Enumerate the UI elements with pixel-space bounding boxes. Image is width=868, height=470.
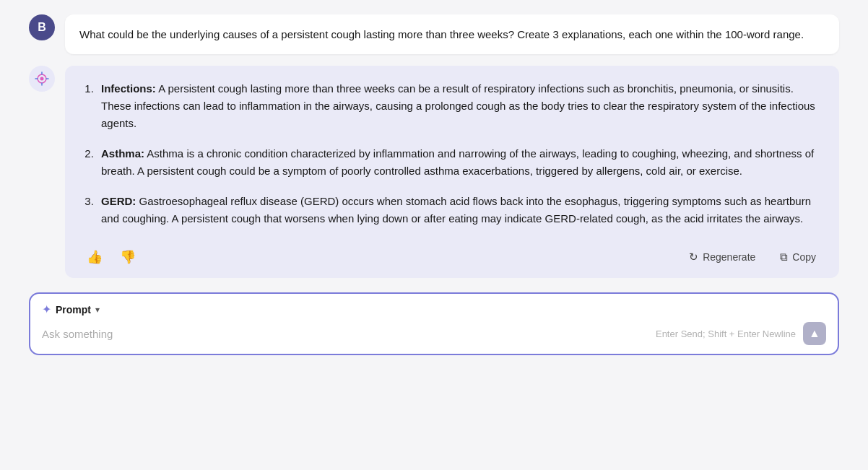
response-title-3: GERD: <box>101 195 136 207</box>
ai-bubble: Infections: A persistent cough lasting m… <box>65 66 839 278</box>
response-body-2: Asthma is a chronic condition characteri… <box>101 147 814 177</box>
regenerate-label: Regenerate <box>703 251 755 263</box>
response-body-1: A persistent cough lasting more than thr… <box>101 82 815 129</box>
prompt-dropdown-icon[interactable]: ▾ <box>95 305 100 315</box>
regenerate-icon: ↻ <box>689 251 698 264</box>
list-item: GERD: Gastroesophageal reflux disease (G… <box>97 193 822 227</box>
sparkle-icon: ✦ <box>42 303 51 316</box>
send-button[interactable]: ▲ <box>803 322 826 345</box>
user-avatar: B <box>29 14 55 40</box>
thumbdown-icon: 👎 <box>120 249 136 265</box>
send-icon: ▲ <box>809 327 820 340</box>
prompt-label: Prompt <box>56 304 91 315</box>
input-hint: Enter Send; Shift + Enter Newline <box>656 328 796 339</box>
user-bubble: What could be the underlying causes of a… <box>65 14 839 54</box>
input-top-row: ✦ Prompt ▾ <box>42 303 826 316</box>
copy-button[interactable]: ⧉ Copy <box>774 248 822 266</box>
input-container: ✦ Prompt ▾ Enter Send; Shift + Enter New… <box>29 292 839 355</box>
user-message-row: B What could be the underlying causes of… <box>29 14 839 54</box>
ai-actions-right: ↻ Regenerate ⧉ Copy <box>683 248 822 266</box>
ai-message-row: Infections: A persistent cough lasting m… <box>29 66 839 278</box>
ai-avatar <box>29 66 55 92</box>
svg-point-0 <box>40 77 44 81</box>
thumbup-icon: 👍 <box>87 249 103 265</box>
copy-label: Copy <box>792 251 816 263</box>
response-title-1: Infections: <box>101 82 156 95</box>
response-body-3: Gastroesophageal reflux disease (GERD) o… <box>101 195 811 225</box>
thumbs-up-button[interactable]: 👍 <box>82 246 107 268</box>
ask-input[interactable] <box>42 328 656 340</box>
list-item: Infections: A persistent cough lasting m… <box>97 80 822 132</box>
thumbs-down-button[interactable]: 👎 <box>116 246 140 268</box>
ai-actions-bar: 👍 👎 ↻ Regenerate ⧉ Copy <box>82 240 822 268</box>
list-item: Asthma: Asthma is a chronic condition ch… <box>97 145 822 180</box>
ai-actions-left: 👍 👎 <box>82 246 140 268</box>
ai-response-list: Infections: A persistent cough lasting m… <box>82 80 822 227</box>
copy-icon: ⧉ <box>780 251 788 264</box>
input-bottom-row: Enter Send; Shift + Enter Newline ▲ <box>42 322 826 345</box>
response-title-2: Asthma: <box>101 147 144 160</box>
regenerate-button[interactable]: ↻ Regenerate <box>683 248 761 266</box>
